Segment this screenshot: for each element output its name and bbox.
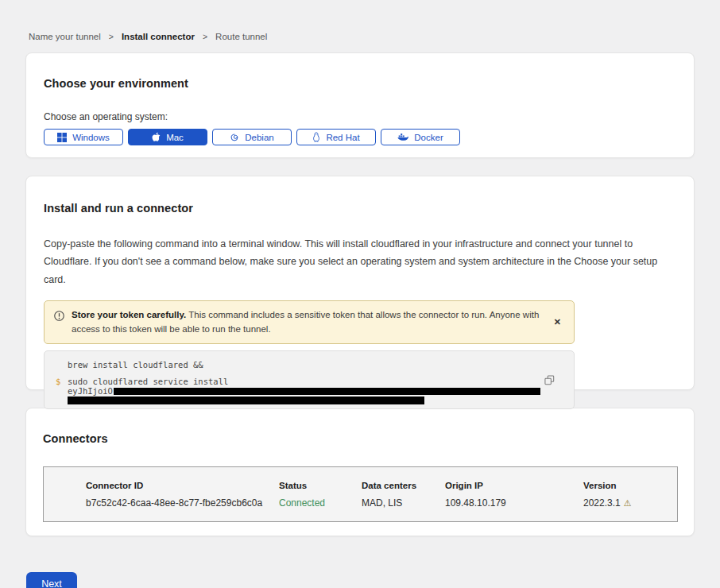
install-command-codeblock[interactable]: brew install cloudflared && $ sudo cloud… bbox=[44, 350, 575, 409]
copy-icon[interactable] bbox=[543, 373, 556, 389]
os-button-docker[interactable]: Docker bbox=[381, 129, 460, 145]
breadcrumb-install-connector[interactable]: Install connector bbox=[122, 32, 195, 41]
token-warning-banner: Store your token carefully. This command… bbox=[44, 300, 575, 344]
debian-swirl-icon bbox=[230, 133, 239, 142]
os-button-red-hat[interactable]: Red Hat bbox=[296, 129, 376, 145]
windows-logo-icon bbox=[57, 133, 67, 142]
code-line-token: eyJhIjoiO bbox=[68, 386, 542, 396]
os-button-label: Debian bbox=[245, 133, 273, 142]
os-button-label: Mac bbox=[166, 133, 184, 142]
token-prefix: eyJhIjoiO bbox=[68, 386, 113, 396]
docker-whale-icon bbox=[397, 133, 408, 141]
os-button-label: Red Hat bbox=[326, 133, 359, 142]
version-number: 2022.3.1 bbox=[583, 497, 621, 509]
warning-triangle-icon: ⚠ bbox=[624, 498, 632, 508]
install-description: Copy-paste the following command into a … bbox=[44, 235, 676, 288]
connector-id-value: b7c52c42-6caa-48ee-8c77-fbe259cb6c0a bbox=[86, 497, 279, 509]
install-card-title: Install and run a connector bbox=[44, 202, 676, 215]
install-connector-card: Install and run a connector Copy-paste t… bbox=[25, 176, 695, 390]
close-icon[interactable]: ✕ bbox=[549, 315, 566, 329]
breadcrumb: Name your tunnel > Install connector > R… bbox=[0, 0, 720, 52]
version-value: 2022.3.1⚠ bbox=[583, 497, 669, 509]
operating-system-label: Choose an operating system: bbox=[44, 111, 676, 122]
os-button-label: Windows bbox=[72, 133, 110, 142]
data-centers-value: MAD, LIS bbox=[362, 497, 445, 509]
os-button-row: Windows Mac Debian Red Hat Docker bbox=[44, 129, 676, 145]
environment-card-title: Choose your environment bbox=[44, 77, 676, 90]
next-button[interactable]: Next bbox=[26, 572, 77, 588]
token-warning-bold: Store your token carefully. bbox=[72, 310, 186, 319]
connectors-card: Connectors Connector ID Status Data cent… bbox=[25, 408, 695, 536]
os-button-windows[interactable]: Windows bbox=[44, 129, 123, 145]
connectors-card-title: Connectors bbox=[43, 432, 676, 445]
column-header-status: Status bbox=[279, 481, 362, 490]
apple-logo-icon bbox=[152, 132, 161, 142]
breadcrumb-route-tunnel[interactable]: Route tunnel bbox=[215, 32, 267, 41]
token-redaction-bar bbox=[114, 388, 540, 395]
status-badge: Connected bbox=[279, 497, 362, 509]
column-header-version: Version bbox=[583, 481, 669, 490]
origin-ip-value: 109.48.10.179 bbox=[445, 497, 583, 509]
code-command-row: $ sudo cloudflared service install eyJhI… bbox=[56, 377, 542, 404]
code-line-brew: brew install cloudflared && bbox=[68, 360, 542, 369]
column-header-connector-id: Connector ID bbox=[86, 481, 279, 490]
os-button-label: Docker bbox=[414, 133, 443, 142]
shell-prompt: $ bbox=[56, 377, 68, 404]
linux-penguin-icon bbox=[312, 132, 320, 142]
token-redaction-bar bbox=[68, 397, 424, 404]
code-line-service-install: sudo cloudflared service install bbox=[68, 377, 542, 386]
code-command-body: sudo cloudflared service install eyJhIjo… bbox=[68, 377, 542, 404]
column-header-origin-ip: Origin IP bbox=[445, 481, 583, 490]
token-warning-text: Store your token carefully. This command… bbox=[72, 308, 542, 337]
alert-circle-icon bbox=[54, 310, 64, 324]
choose-environment-card: Choose your environment Choose an operat… bbox=[25, 52, 695, 158]
os-button-debian[interactable]: Debian bbox=[212, 129, 292, 145]
breadcrumb-separator: > bbox=[109, 32, 114, 41]
column-header-data-centers: Data centers bbox=[362, 481, 445, 490]
breadcrumb-name-your-tunnel[interactable]: Name your tunnel bbox=[29, 32, 101, 41]
connectors-table: Connector ID Status Data centers Origin … bbox=[43, 466, 678, 522]
os-button-mac[interactable]: Mac bbox=[128, 129, 207, 145]
breadcrumb-separator: > bbox=[203, 32, 207, 41]
